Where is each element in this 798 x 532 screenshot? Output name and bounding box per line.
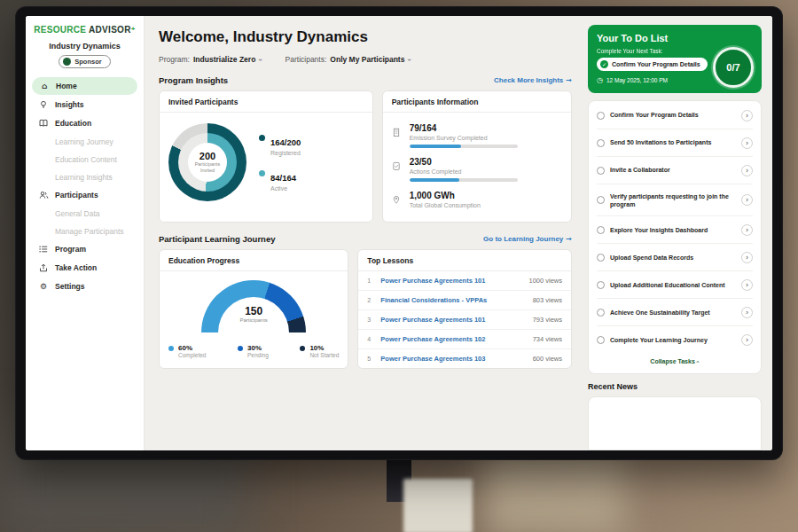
task-label: Achieve One Sustainability Target [610, 309, 736, 317]
task-row[interactable]: Invite a Collaborator › [597, 157, 753, 184]
donut-center: 200 Participants Invited [188, 143, 227, 182]
task-checkbox[interactable] [597, 167, 605, 175]
sidebar-item-program[interactable]: Program [26, 240, 144, 258]
people-icon [38, 191, 49, 200]
building-icon [392, 123, 403, 148]
lesson-row[interactable]: 1 Power Purchase Agreements 101 1000 vie… [358, 271, 571, 291]
section-title: Program Insights [159, 75, 228, 85]
participants-info-body: 79/164 Emission Survey Completed 23/50 A… [383, 113, 571, 222]
task-checkbox[interactable] [597, 254, 605, 262]
sidebar-item-label: Participants [55, 191, 98, 200]
lesson-row[interactable]: 2 Financial Considerations - VPPAs 803 v… [358, 291, 571, 310]
gauge-center-value: 150 [201, 305, 306, 317]
chevron-right-icon[interactable]: › [741, 307, 753, 318]
sidebar-item-label: Insights [55, 100, 84, 109]
recent-news-card [588, 396, 762, 450]
sidebar-item-education[interactable]: Education [26, 114, 144, 132]
app-logo: RESOURCE ADVISOR+ [26, 25, 144, 35]
task-row[interactable]: Complete Your Learning Journey › [597, 326, 753, 353]
chevron-right-icon[interactable]: › [741, 279, 753, 291]
filter-bar: Program: Industrialize Zero › Participan… [159, 55, 572, 64]
scene-background: RESOURCE ADVISOR+ Industry Dynamics Spon… [0, 0, 798, 532]
sidebar-nav: ⌂ Home Insights Education Learning Journ… [26, 77, 144, 295]
sidebar-item-home[interactable]: ⌂ Home [32, 77, 137, 95]
chevron-right-icon[interactable]: › [741, 137, 753, 149]
task-row[interactable]: Confirm Your Program Details › [597, 102, 753, 129]
legend-dot-active [259, 170, 265, 176]
task-row[interactable]: Achieve One Sustainability Target › [597, 299, 753, 326]
desk-object [403, 479, 473, 532]
sidebar-item-take-action[interactable]: Take Action [26, 259, 144, 277]
task-label: Confirm Your Program Details [610, 111, 736, 119]
task-row[interactable]: Send 50 Invitations to Participants › [597, 129, 753, 157]
legend-label: Not Started [309, 352, 339, 358]
task-row[interactable]: Upload Spend Data Records › [597, 244, 753, 271]
sidebar-item-learning-journey[interactable]: Learning Journey [26, 133, 144, 150]
sidebar-item-education-content[interactable]: Education Content [26, 151, 144, 168]
sidebar-item-label: Take Action [55, 263, 97, 272]
task-label: Explore Your Insights Dashboard [610, 226, 736, 234]
sponsor-label: Sponsor [74, 58, 101, 66]
chevron-right-icon[interactable]: › [741, 252, 753, 263]
stat-value: 1,000 GWh [410, 191, 481, 200]
lesson-title-link[interactable]: Power Purchase Agreements 101 [380, 277, 522, 285]
sidebar-item-learning-insights[interactable]: Learning Insights [26, 168, 144, 185]
sidebar-item-settings[interactable]: ⚙ Settings [26, 278, 144, 295]
task-row[interactable]: Explore Your Insights Dashboard › [597, 216, 753, 244]
participants-filter[interactable]: Participants: Only My Participants › [286, 55, 411, 64]
main-content: Welcome, Industry Dynamics Program: Indu… [145, 16, 583, 450]
lesson-rank: 3 [367, 317, 374, 323]
legend-dot-not-started [300, 346, 305, 351]
list-icon [38, 245, 49, 254]
legend-value: 60% [178, 344, 206, 352]
lesson-views: 734 views [533, 335, 562, 343]
sidebar-item-participants[interactable]: Participants [26, 186, 144, 204]
chevron-right-icon[interactable]: › [741, 334, 753, 346]
lesson-title-link[interactable]: Power Purchase Agreements 102 [380, 335, 526, 343]
card-title: Education Progress [160, 250, 348, 271]
chevron-right-icon[interactable]: › [741, 165, 753, 176]
sidebar-item-insights[interactable]: Insights [26, 96, 144, 113]
go-to-learning-journey-link[interactable]: Go to Learning Journey → [483, 235, 572, 243]
task-checkbox[interactable] [597, 112, 605, 120]
lesson-row[interactable]: 3 Power Purchase Agreements 101 793 view… [358, 310, 571, 330]
task-row[interactable]: Verify participants requesting to join t… [597, 184, 753, 216]
next-task-pill[interactable]: ✓ Confirm Your Program Details [597, 58, 708, 71]
task-checkbox[interactable] [597, 196, 605, 204]
lesson-row[interactable]: 4 Power Purchase Agreements 102 734 view… [358, 330, 571, 349]
lesson-title-link[interactable]: Power Purchase Agreements 103 [380, 355, 526, 363]
task-checkbox[interactable] [597, 309, 605, 317]
task-checkbox[interactable] [597, 281, 605, 289]
sidebar-item-label: Home [56, 82, 77, 90]
stat-row-actions: 23/50 Actions Completed [392, 153, 562, 186]
collapse-label: Collapse Tasks [650, 358, 694, 364]
chevron-right-icon[interactable]: › [741, 224, 753, 236]
gauge-center-label: Participants [201, 317, 306, 323]
task-checkbox[interactable] [597, 139, 605, 147]
donut-legend: 164/200 Registered 84/164 Active [259, 133, 301, 192]
sidebar-item-manage-participants[interactable]: Manage Participants [26, 223, 144, 239]
lesson-title-link[interactable]: Financial Considerations - VPPAs [380, 296, 526, 304]
sponsor-badge[interactable]: Sponsor [59, 55, 110, 68]
lesson-row[interactable]: 5 Power Purchase Agreements 103 600 view… [358, 349, 571, 368]
logo-plus: + [131, 25, 136, 33]
lesson-title-link[interactable]: Power Purchase Agreements 101 [380, 316, 526, 324]
lightbulb-icon [38, 100, 49, 109]
clock-icon: ◷ [597, 76, 603, 84]
chevron-right-icon[interactable]: › [741, 110, 753, 121]
sidebar-item-general-data[interactable]: General Data [26, 205, 144, 222]
location-pin-icon [392, 191, 403, 212]
chevron-right-icon[interactable]: › [741, 194, 753, 206]
lesson-views: 1000 views [528, 277, 562, 285]
program-filter[interactable]: Program: Industrialize Zero › [159, 55, 262, 64]
legend-value: 10% [309, 344, 339, 352]
check-more-insights-link[interactable]: Check More Insights → [494, 76, 572, 84]
collapse-tasks-button[interactable]: Collapse Tasks › [597, 353, 753, 372]
legend-label: Registered [270, 150, 301, 156]
legend-item: 60% Completed [168, 344, 206, 358]
due-date: 12 May 2025, 12:00 PM [606, 77, 668, 83]
task-checkbox[interactable] [597, 226, 605, 234]
chevron-down-icon: › [406, 58, 414, 60]
task-checkbox[interactable] [597, 336, 605, 344]
task-row[interactable]: Upload Additional Educational Content › [597, 271, 753, 299]
